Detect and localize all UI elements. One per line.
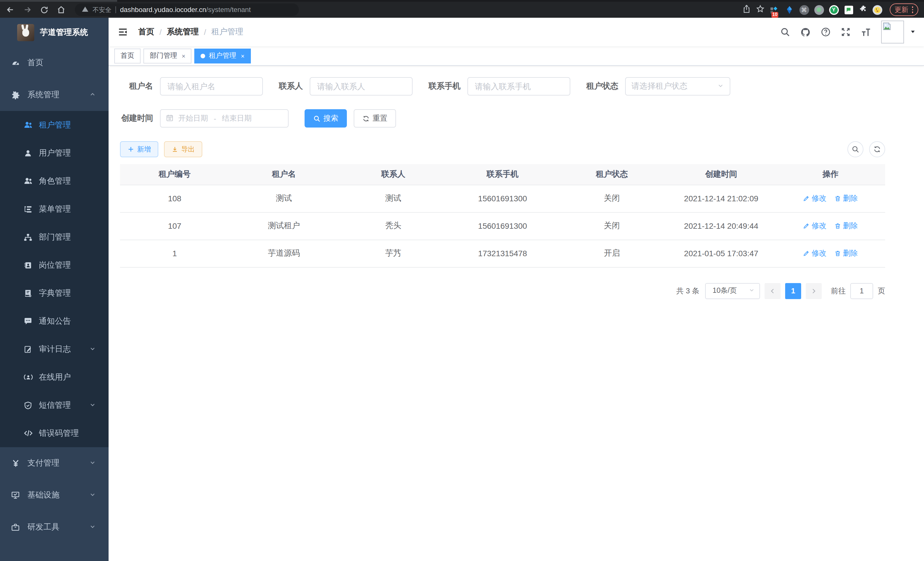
tag-home[interactable]: 首页 xyxy=(114,48,141,63)
back-icon[interactable] xyxy=(6,5,15,14)
reset-button[interactable]: 重置 xyxy=(354,109,396,128)
reload-icon[interactable] xyxy=(40,5,49,14)
chevron-up-icon xyxy=(89,90,96,99)
export-button[interactable]: 导出 xyxy=(164,141,202,157)
goto-label: 前往 xyxy=(831,286,846,296)
sidebar-item-sms[interactable]: 短信管理 xyxy=(0,391,109,419)
bookmark-star-icon[interactable] xyxy=(756,4,764,15)
address-bar[interactable]: 不安全 dashboard.yudao.iocoder.cn/system/te… xyxy=(75,3,299,16)
status-text: 开启 xyxy=(557,240,667,267)
github-icon[interactable] xyxy=(800,27,811,38)
dev-tools-icon xyxy=(10,523,21,532)
status-select[interactable]: 请选择租户状态 xyxy=(625,77,730,96)
gear-icon xyxy=(10,90,21,99)
goto-page-input[interactable] xyxy=(850,283,873,299)
sidebar-item-infra[interactable]: 基础设施 xyxy=(0,479,109,511)
mobile-input[interactable] xyxy=(467,77,570,96)
pay-yen-icon xyxy=(10,458,21,468)
page-unit-label: 页 xyxy=(878,286,885,296)
next-page-button[interactable] xyxy=(806,283,822,299)
sidebar-item-pay[interactable]: 支付管理 xyxy=(0,447,109,479)
font-size-icon[interactable] xyxy=(861,27,872,38)
chevron-down-icon xyxy=(89,401,96,410)
sms-shield-icon xyxy=(23,401,33,410)
sidebar-item-error-code[interactable]: 错误码管理 xyxy=(0,419,109,447)
table-toolbar: 新增 导出 xyxy=(120,141,885,157)
extension-y-icon[interactable]: Y xyxy=(829,5,838,15)
browser-update-button[interactable]: 更新 xyxy=(890,3,918,16)
help-icon[interactable] xyxy=(820,27,831,37)
breadcrumb-system[interactable]: 系统管理 xyxy=(167,27,199,37)
org-chart-icon xyxy=(23,232,33,242)
active-dot xyxy=(201,53,206,58)
page-content: 租户名 联系人 联系手机 租户状态 请选择租户状态 xyxy=(109,66,924,561)
delete-link[interactable]: 删除 xyxy=(835,248,858,259)
extensions-puzzle-icon[interactable] xyxy=(859,4,867,15)
sidebar-item-dept[interactable]: 部门管理 xyxy=(0,223,109,251)
sidebar-item-menu[interactable]: 菜单管理 xyxy=(0,195,109,223)
audit-log-icon xyxy=(23,344,33,354)
toggle-search-button[interactable] xyxy=(848,141,863,157)
sidebar: 芋道管理系统 首页 系统管理 租户管理 xyxy=(0,18,109,561)
search-button[interactable]: 搜索 xyxy=(304,109,347,128)
home-icon[interactable] xyxy=(57,5,66,14)
edit-link[interactable]: 修改 xyxy=(803,221,826,231)
avatar-caret-icon[interactable] xyxy=(910,27,916,37)
create-time-range-picker[interactable]: 开始日期 - 结束日期 xyxy=(160,109,289,128)
page-size-select[interactable]: 10条/页 xyxy=(705,283,760,299)
sidebar-item-home[interactable]: 首页 xyxy=(0,47,109,79)
header-search-icon[interactable] xyxy=(780,27,790,37)
chevron-down-icon xyxy=(89,491,96,500)
app-logo[interactable]: 芋道管理系统 xyxy=(0,18,109,47)
filter-row-2: 创建时间 开始日期 - 结束日期 搜索 xyxy=(120,109,885,128)
sidebar-item-user[interactable]: 用户管理 xyxy=(0,139,109,167)
error-code-icon xyxy=(23,428,33,438)
sidebar-collapse-icon[interactable] xyxy=(118,27,128,37)
user-avatar[interactable] xyxy=(881,21,916,44)
edit-link[interactable]: 修改 xyxy=(803,193,826,204)
update-label: 更新 xyxy=(895,5,908,15)
sidebar-item-role[interactable]: 角色管理 xyxy=(0,167,109,195)
page-number-1[interactable]: 1 xyxy=(785,283,801,299)
edit-link[interactable]: 修改 xyxy=(803,248,826,259)
table-row: 1 芋道源码 芋艿 17321315478 开启 2021-01-05 17:0… xyxy=(120,240,885,267)
tag-close-icon[interactable]: × xyxy=(241,52,244,59)
sidebar-item-system[interactable]: 系统管理 xyxy=(0,79,109,111)
extension-kite-icon[interactable] xyxy=(784,5,794,15)
tenant-name-input[interactable] xyxy=(160,77,263,96)
breadcrumb-home[interactable]: 首页 xyxy=(138,27,154,37)
tag-close-icon[interactable]: × xyxy=(182,52,185,59)
tag-tenant-active[interactable]: 租户管理 × xyxy=(195,48,251,63)
prev-page-button[interactable] xyxy=(765,283,781,299)
create-time-label: 创建时间 xyxy=(120,113,153,123)
delete-link[interactable]: 删除 xyxy=(835,221,858,231)
refresh-table-button[interactable] xyxy=(869,141,885,157)
chevron-down-icon xyxy=(89,459,96,468)
sidebar-item-online-user[interactable]: 在线用户 xyxy=(0,363,109,391)
delete-link[interactable]: 删除 xyxy=(835,193,858,204)
add-button[interactable]: 新增 xyxy=(120,141,158,157)
extension-command-icon[interactable]: ⌘ xyxy=(799,5,809,15)
screen: 不安全 dashboard.yudao.iocoder.cn/system/te… xyxy=(0,0,924,561)
sidebar-item-notice[interactable]: 通知公告 xyxy=(0,307,109,335)
insecure-warning-icon xyxy=(82,5,88,15)
security-label: 不安全 xyxy=(93,5,111,14)
table-row: 107 测试租户 秃头 15601691300 关闭 2021-12-14 20… xyxy=(120,212,885,240)
tag-dept[interactable]: 部门管理 × xyxy=(143,48,192,63)
contact-input[interactable] xyxy=(310,77,412,96)
fullscreen-icon[interactable] xyxy=(841,27,851,37)
sidebar-item-post[interactable]: 岗位管理 xyxy=(0,251,109,279)
sidebar-item-tenant[interactable]: 租户管理 xyxy=(0,111,109,139)
forward-icon[interactable] xyxy=(23,5,32,14)
extension-chat-icon[interactable] xyxy=(844,5,854,15)
mobile-label: 联系手机 xyxy=(429,81,460,92)
sidebar-item-dict[interactable]: 字典管理 xyxy=(0,279,109,307)
extension-tag-manager-icon[interactable]: 10 xyxy=(770,5,779,15)
sidebar-item-audit-log[interactable]: 审计日志 xyxy=(0,335,109,363)
sidebar-item-dev-tools[interactable]: 研发工具 xyxy=(0,511,109,543)
extension-badge: 10 xyxy=(771,12,778,17)
browser-menu-icon[interactable] xyxy=(912,7,913,13)
extension-record-icon[interactable] xyxy=(814,5,824,15)
share-icon[interactable] xyxy=(742,4,751,15)
profile-avatar-icon[interactable] xyxy=(872,5,882,15)
